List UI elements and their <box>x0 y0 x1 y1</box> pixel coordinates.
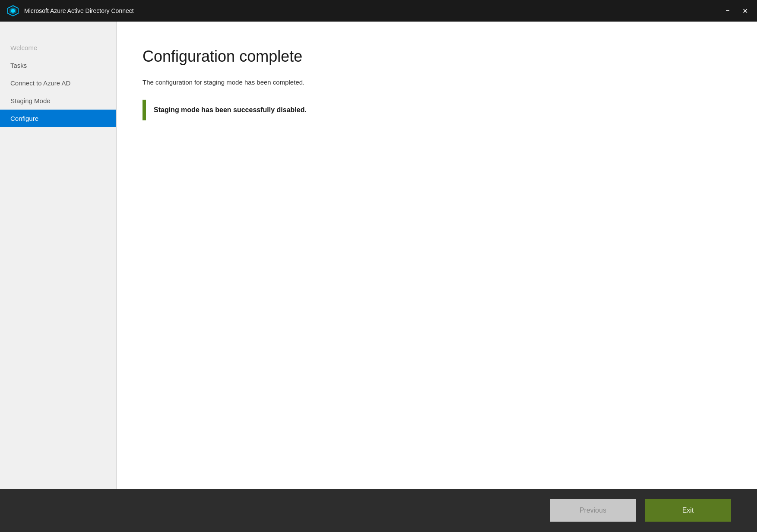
sidebar: Welcome Tasks Connect to Azure AD Stagin… <box>0 22 117 489</box>
sidebar-item-welcome[interactable]: Welcome <box>0 39 116 57</box>
app-logo-icon <box>7 5 19 17</box>
app-title: Microsoft Azure Active Directory Connect <box>24 7 722 14</box>
success-banner: Staging mode has been successfully disab… <box>143 100 731 120</box>
content-spacer <box>143 131 731 472</box>
previous-button[interactable]: Previous <box>550 499 636 522</box>
sidebar-item-tasks[interactable]: Tasks <box>0 57 116 74</box>
sidebar-item-configure[interactable]: Configure <box>0 110 116 127</box>
sidebar-item-staging-mode[interactable]: Staging Mode <box>0 92 116 110</box>
success-message: Staging mode has been successfully disab… <box>154 106 307 114</box>
minimize-button[interactable]: − <box>722 6 733 16</box>
content-area: Welcome Tasks Connect to Azure AD Stagin… <box>0 22 757 489</box>
sidebar-item-connect-azure-ad[interactable]: Connect to Azure AD <box>0 74 116 92</box>
close-button[interactable]: ✕ <box>740 6 750 16</box>
window-controls: − ✕ <box>722 6 750 16</box>
description-text: The configuration for staging mode has b… <box>143 79 731 86</box>
app-window: Microsoft Azure Active Directory Connect… <box>0 0 757 532</box>
exit-button[interactable]: Exit <box>645 499 731 522</box>
footer: Previous Exit <box>0 489 757 532</box>
success-bar-indicator <box>143 100 146 120</box>
main-content: Configuration complete The configuration… <box>117 22 757 489</box>
titlebar: Microsoft Azure Active Directory Connect… <box>0 0 757 22</box>
page-title: Configuration complete <box>143 47 731 66</box>
